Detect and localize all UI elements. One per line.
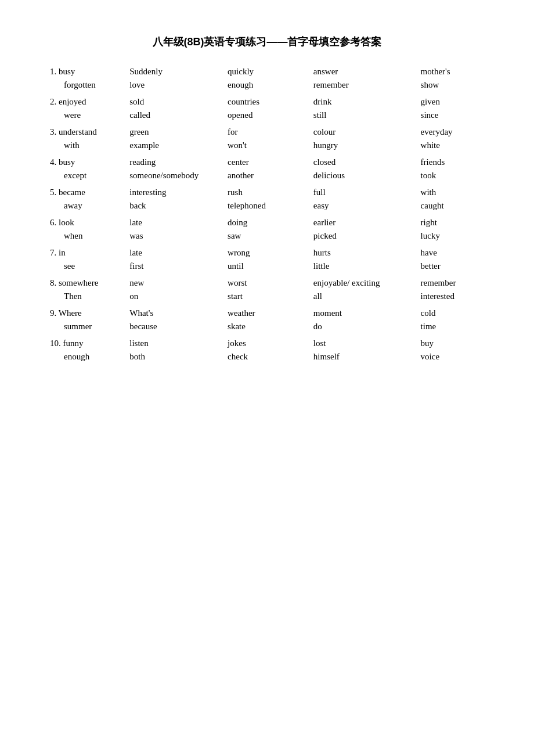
row-4-line2-col2: another (224, 169, 310, 182)
row-1-line1-col4: mother's (417, 65, 488, 78)
row-6-line1-col3: earlier (310, 216, 417, 229)
row-2-line1-col4: given (417, 95, 488, 109)
row-3-line2-col0: with (46, 139, 126, 152)
row-2-line2-col1: called (126, 109, 224, 122)
row-2-line2-col4: since (417, 109, 488, 122)
row-3-line2-col4: white (417, 139, 488, 152)
row-3-line2-col1: example (126, 139, 224, 152)
row-8-line1-col2: worst (224, 276, 310, 290)
row-6-line1-col1: late (126, 216, 224, 229)
row-4-line2-col3: delicious (310, 169, 417, 182)
row-6-line1-col4: right (417, 216, 488, 229)
row-7-line2-col1: first (126, 260, 224, 273)
row-1-line1-col1: Suddenly (126, 65, 224, 78)
row-2-line2-col3: still (310, 109, 417, 122)
row-7-line2-col2: until (224, 260, 310, 273)
row-2-line1-col2: countries (224, 95, 310, 109)
row-5-line2-col4: caught (417, 199, 488, 213)
row-7-line1-col3: hurts (310, 246, 417, 260)
row-10-line2-col0: enough (46, 350, 126, 363)
row-9-line1-col2: weather (224, 307, 310, 320)
row-10-line1-col2: jokes (224, 337, 310, 350)
row-7-line2-col4: better (417, 260, 488, 273)
row-10-line1-col4: buy (417, 337, 488, 350)
row-3-line1-col3: colour (310, 125, 417, 139)
row-5-line1-col1: interesting (126, 186, 224, 199)
row-7-line1-col2: wrong (224, 246, 310, 260)
row-10-line2-col4: voice (417, 350, 488, 363)
row-9-line1-col1: What's (126, 307, 224, 320)
row-5-line1-col4: with (417, 186, 488, 199)
row-5-line2-col3: easy (310, 199, 417, 213)
row-3-line1-col4: everyday (417, 125, 488, 139)
row-3-line2-col2: won't (224, 139, 310, 152)
row-2-line2-col2: opened (224, 109, 310, 122)
row-10-line1-col1: listen (126, 337, 224, 350)
row-1-line2-col0: forgotten (46, 78, 126, 92)
row-4-line1-col3: closed (310, 156, 417, 169)
row-6-line2-col3: picked (310, 229, 417, 243)
row-9-line1-col0: 9. Where (46, 307, 126, 320)
row-6-line2-col1: was (126, 229, 224, 243)
row-5-line2-col2: telephoned (224, 199, 310, 213)
answer-table: 1. busySuddenlyquicklyanswermother'sforg… (46, 65, 488, 367)
row-7-line1-col4: have (417, 246, 488, 260)
row-10-line1-col0: 10. funny (46, 337, 126, 350)
row-10-line2-col1: both (126, 350, 224, 363)
row-1-line2-col4: show (417, 78, 488, 92)
row-9-line2-col2: skate (224, 320, 310, 333)
row-4-line2-col4: took (417, 169, 488, 182)
row-1-line2-col1: love (126, 78, 224, 92)
row-9-line1-col4: cold (417, 307, 488, 320)
row-8-line2-col2: start (224, 290, 310, 303)
row-5-line2-col1: back (126, 199, 224, 213)
row-2-line1-col3: drink (310, 95, 417, 109)
row-4-line1-col1: reading (126, 156, 224, 169)
row-2-line2-col0: were (46, 109, 126, 122)
row-9-line2-col1: because (126, 320, 224, 333)
row-7-line1-col0: 7. in (46, 246, 126, 260)
row-8-line1-col1: new (126, 276, 224, 290)
row-1-line2-col3: remember (310, 78, 417, 92)
row-5-line2-col0: away (46, 199, 126, 213)
row-1-line2-col2: enough (224, 78, 310, 92)
row-9-line1-col3: moment (310, 307, 417, 320)
row-10-line1-col3: lost (310, 337, 417, 350)
row-9-line2-col3: do (310, 320, 417, 333)
row-2-line1-col0: 2. enjoyed (46, 95, 126, 109)
row-6-line1-col2: doing (224, 216, 310, 229)
row-3-line1-col1: green (126, 125, 224, 139)
row-4-line1-col4: friends (417, 156, 488, 169)
row-5-line1-col3: full (310, 186, 417, 199)
row-7-line1-col1: late (126, 246, 224, 260)
row-9-line2-col4: time (417, 320, 488, 333)
row-8-line1-col4: remember (417, 276, 488, 290)
row-7-line2-col3: little (310, 260, 417, 273)
row-6-line2-col0: when (46, 229, 126, 243)
row-8-line2-col4: interested (417, 290, 488, 303)
row-7-line2-col0: see (46, 260, 126, 273)
row-8-line1-col3: enjoyable/ exciting (310, 276, 417, 290)
row-6-line2-col2: saw (224, 229, 310, 243)
row-4-line2-col1: someone/somebody (126, 169, 224, 182)
row-8-line1-col0: 8. somewhere (46, 276, 126, 290)
row-4-line2-col0: except (46, 169, 126, 182)
row-6-line1-col0: 6. look (46, 216, 126, 229)
row-8-line2-col3: all (310, 290, 417, 303)
row-4-line1-col0: 4. busy (46, 156, 126, 169)
row-3-line2-col3: hungry (310, 139, 417, 152)
row-5-line1-col2: rush (224, 186, 310, 199)
row-1-line1-col2: quickly (224, 65, 310, 78)
row-6-line2-col4: lucky (417, 229, 488, 243)
row-8-line2-col1: on (126, 290, 224, 303)
row-1-line1-col3: answer (310, 65, 417, 78)
row-8-line2-col0: Then (46, 290, 126, 303)
row-10-line2-col3: himself (310, 350, 417, 363)
row-5-line1-col0: 5. became (46, 186, 126, 199)
row-9-line2-col0: summer (46, 320, 126, 333)
row-10-line2-col2: check (224, 350, 310, 363)
page-title: 八年级(8B)英语专项练习——首字母填空参考答案 (46, 35, 488, 49)
row-2-line1-col1: sold (126, 95, 224, 109)
row-4-line1-col2: center (224, 156, 310, 169)
row-1-line1-col0: 1. busy (46, 65, 126, 78)
